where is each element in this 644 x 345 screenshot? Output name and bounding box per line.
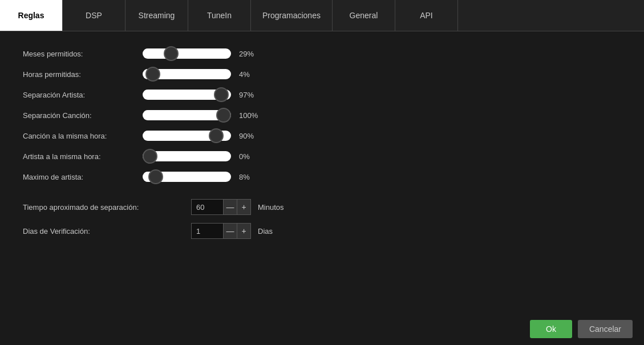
slider-value-meses-permitidos: 29% xyxy=(239,50,265,58)
slider-label-horas-permitidas: Horas permitidas: xyxy=(23,70,143,79)
tab-dsp[interactable]: DSP xyxy=(63,0,125,31)
bottom-bar: Ok Cancelar xyxy=(0,313,644,345)
slider-row-artista-misma-hora: Artista a la misma hora:0% xyxy=(23,151,621,161)
slider-input-separacion-artista[interactable] xyxy=(143,90,231,100)
slider-row-cancion-misma-hora: Canción a la misma hora:90% xyxy=(23,131,621,141)
slider-row-meses-permitidos: Meses permitidos:29% xyxy=(23,48,621,59)
slider-label-separacion-artista: Separación Artista: xyxy=(23,91,143,99)
numeric-minus-tiempo-separacion[interactable]: — xyxy=(223,200,237,214)
slider-input-separacion-cancion[interactable] xyxy=(143,110,231,120)
numeric-row-tiempo-separacion: Tiempo aproximado de separación:—+Minuto… xyxy=(23,199,621,215)
tab-bar: ReglasDSPStreamingTuneInProgramacionesGe… xyxy=(0,0,644,31)
tab-general[interactable]: General xyxy=(333,0,395,31)
tab-streaming[interactable]: Streaming xyxy=(125,0,188,31)
sliders-section: Meses permitidos:29%Horas permitidas:4%S… xyxy=(23,48,621,182)
slider-value-cancion-misma-hora: 90% xyxy=(239,132,265,140)
main-content: Meses permitidos:29%Horas permitidas:4%S… xyxy=(0,31,644,264)
numeric-control-tiempo-separacion: —+ xyxy=(191,199,251,215)
numeric-label-tiempo-separacion: Tiempo aproximado de separación: xyxy=(23,203,191,212)
numeric-control-dias-verificacion: —+ xyxy=(191,223,251,239)
tab-tunein[interactable]: TuneIn xyxy=(188,0,251,31)
numeric-value-tiempo-separacion[interactable] xyxy=(192,201,223,214)
slider-input-horas-permitidas[interactable] xyxy=(143,69,231,79)
slider-value-separacion-artista: 97% xyxy=(239,91,265,99)
numeric-value-dias-verificacion[interactable] xyxy=(192,225,223,238)
numeric-minus-dias-verificacion[interactable]: — xyxy=(223,224,237,238)
slider-input-cancion-misma-hora[interactable] xyxy=(143,131,231,141)
slider-value-separacion-cancion: 100% xyxy=(239,111,265,120)
numeric-section: Tiempo aproximado de separación:—+Minuto… xyxy=(23,199,621,239)
slider-value-maximo-artista: 8% xyxy=(239,173,265,181)
slider-label-artista-misma-hora: Artista a la misma hora: xyxy=(23,152,143,161)
tab-programaciones[interactable]: Programaciones xyxy=(251,0,333,31)
slider-value-artista-misma-hora: 0% xyxy=(239,152,265,161)
slider-value-horas-permitidas: 4% xyxy=(239,70,265,79)
numeric-label-dias-verificacion: Dias de Verificación: xyxy=(23,227,191,236)
slider-label-meses-permitidos: Meses permitidos: xyxy=(23,50,143,58)
cancel-button[interactable]: Cancelar xyxy=(578,320,633,338)
slider-input-maximo-artista[interactable] xyxy=(143,172,231,182)
slider-row-maximo-artista: Maximo de artista:8% xyxy=(23,172,621,182)
slider-label-separacion-cancion: Separación Canción: xyxy=(23,111,143,120)
numeric-row-dias-verificacion: Dias de Verificación:—+Dias xyxy=(23,223,621,239)
numeric-plus-dias-verificacion[interactable]: + xyxy=(237,224,250,238)
tab-reglas[interactable]: Reglas xyxy=(0,0,63,31)
numeric-unit-dias-verificacion: Dias xyxy=(258,227,273,236)
slider-row-horas-permitidas: Horas permitidas:4% xyxy=(23,69,621,79)
slider-input-artista-misma-hora[interactable] xyxy=(143,151,231,161)
slider-label-maximo-artista: Maximo de artista: xyxy=(23,173,143,181)
tab-api[interactable]: API xyxy=(395,0,458,31)
slider-label-cancion-misma-hora: Canción a la misma hora: xyxy=(23,132,143,140)
slider-row-separacion-cancion: Separación Canción:100% xyxy=(23,110,621,120)
numeric-unit-tiempo-separacion: Minutos xyxy=(258,203,284,212)
ok-button[interactable]: Ok xyxy=(530,320,572,338)
slider-row-separacion-artista: Separación Artista:97% xyxy=(23,90,621,100)
slider-input-meses-permitidos[interactable] xyxy=(143,48,231,59)
numeric-plus-tiempo-separacion[interactable]: + xyxy=(237,200,250,214)
